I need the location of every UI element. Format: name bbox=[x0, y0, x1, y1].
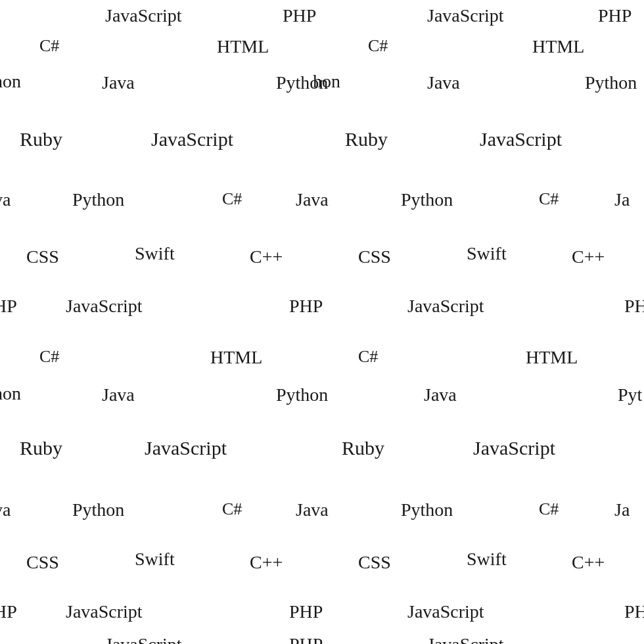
word-java-52: Java bbox=[296, 499, 329, 520]
word-c-36: C# bbox=[39, 347, 59, 367]
word-ruby-47: Ruby bbox=[342, 437, 384, 459]
word-c-38: C# bbox=[358, 347, 378, 367]
word-swift-29: Swift bbox=[467, 243, 507, 264]
word-python-53: Python bbox=[401, 499, 453, 520]
word-html-39: HTML bbox=[526, 347, 578, 368]
word-ph-35: PH bbox=[624, 296, 644, 317]
word-html-37: HTML bbox=[210, 347, 262, 368]
word-javascript-65: JavaScript bbox=[407, 601, 484, 622]
word-python-19: Python bbox=[72, 189, 124, 210]
word-hp-62: HP bbox=[0, 601, 17, 622]
word-php-1: PHP bbox=[283, 5, 316, 26]
word-css-59: CSS bbox=[358, 552, 391, 573]
word-va-49: va bbox=[0, 499, 11, 520]
word-swift-26: Swift bbox=[135, 243, 175, 264]
word-java-42: Java bbox=[424, 384, 457, 405]
word-java-40: Java bbox=[102, 384, 135, 405]
word-javascript-0: JavaScript bbox=[105, 5, 182, 26]
word-c-58: C++ bbox=[250, 552, 283, 573]
word-python-22: Python bbox=[401, 189, 453, 210]
word-css-25: CSS bbox=[26, 246, 59, 267]
word-swift-57: Swift bbox=[135, 549, 175, 570]
word-hp-31: HP bbox=[0, 296, 17, 317]
word-ruby-16: Ruby bbox=[345, 128, 388, 150]
word-php-33: PHP bbox=[289, 296, 323, 317]
word-c-20: C# bbox=[222, 189, 242, 209]
word-swift-60: Swift bbox=[467, 549, 507, 570]
word-javascript-46: JavaScript bbox=[145, 437, 227, 459]
word-hon-13: hon bbox=[313, 71, 340, 92]
word-javascript-67: JavaScript bbox=[105, 634, 182, 644]
word-c-30: C++ bbox=[572, 246, 605, 267]
word-hon-12: hon bbox=[0, 71, 21, 92]
word-javascript-63: JavaScript bbox=[66, 601, 143, 622]
word-ja-24: Ja bbox=[614, 189, 630, 210]
word-c-61: C++ bbox=[572, 552, 605, 573]
word-javascript-17: JavaScript bbox=[480, 128, 562, 150]
word-ja-55: Ja bbox=[614, 499, 630, 520]
word-javascript-15: JavaScript bbox=[151, 128, 233, 150]
word-css-28: CSS bbox=[358, 246, 391, 267]
word-java-10: Java bbox=[427, 72, 460, 93]
word-c-4: C# bbox=[39, 36, 59, 56]
word-javascript-2: JavaScript bbox=[427, 5, 504, 26]
word-c-27: C++ bbox=[250, 246, 283, 267]
word-javascript-34: JavaScript bbox=[407, 296, 484, 317]
word-php-68: PHP bbox=[289, 634, 323, 644]
word-ph-66: PH bbox=[624, 601, 644, 622]
word-javascript-32: JavaScript bbox=[66, 296, 143, 317]
word-python-50: Python bbox=[72, 499, 124, 520]
word-javascript-69: JavaScript bbox=[427, 634, 504, 644]
word-ruby-14: Ruby bbox=[20, 128, 62, 150]
word-html-7: HTML bbox=[532, 36, 584, 57]
word-hon-43: hon bbox=[0, 383, 21, 404]
word-javascript-48: JavaScript bbox=[473, 437, 555, 459]
word-php-64: PHP bbox=[289, 601, 323, 622]
word-c-23: C# bbox=[539, 189, 559, 209]
pattern-background: JavaScriptPHPJavaScriptPHPC#HTMLC#HTMLJa… bbox=[0, 0, 644, 644]
word-pyt-44: Pyt bbox=[618, 384, 642, 405]
word-html-5: HTML bbox=[217, 36, 269, 57]
word-php-3: PHP bbox=[598, 5, 632, 26]
word-va-18: va bbox=[0, 189, 11, 210]
word-c-51: C# bbox=[222, 499, 242, 519]
word-c-54: C# bbox=[539, 499, 559, 519]
word-python-41: Python bbox=[276, 384, 328, 405]
word-java-21: Java bbox=[296, 189, 329, 210]
word-ruby-45: Ruby bbox=[20, 437, 62, 459]
word-c-6: C# bbox=[368, 36, 388, 56]
word-css-56: CSS bbox=[26, 552, 59, 573]
word-python-11: Python bbox=[585, 72, 637, 93]
word-java-8: Java bbox=[102, 72, 135, 93]
